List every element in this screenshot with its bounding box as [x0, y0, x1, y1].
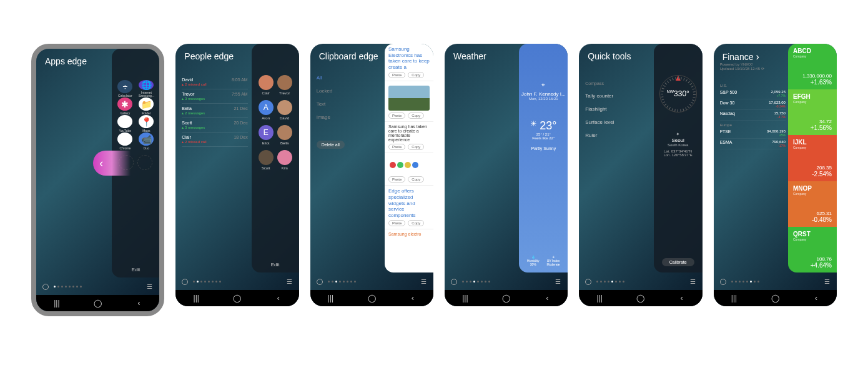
contact-avatar[interactable]: Clair: [259, 75, 274, 95]
clipboard-item[interactable]: Samsung has taken care to create a memor…: [385, 122, 433, 153]
back-icon[interactable]: ‹: [407, 294, 419, 302]
app-icon[interactable]: 📹Duo: [137, 132, 155, 150]
list-icon[interactable]: ☰: [824, 278, 831, 285]
app-icon[interactable]: ▶YouTube: [116, 115, 134, 132]
back-icon[interactable]: ‹: [810, 294, 822, 302]
app-icon[interactable]: ✱Gallery: [116, 98, 134, 115]
finance-indices: U.S.S&P 5002,059.25+7.7%Dow 3017,623.00-…: [720, 81, 786, 149]
contact-avatar[interactable]: EEliot: [259, 125, 274, 145]
home-icon[interactable]: ◯: [231, 294, 244, 302]
copy-button[interactable]: Copy: [408, 144, 424, 150]
people-item[interactable]: Clair18 Dex▴ 2 missed call: [182, 132, 247, 147]
ticker-card[interactable]: QRSTCompany108.76+4.64%: [788, 227, 837, 272]
back-icon[interactable]: ‹: [132, 299, 145, 308]
list-icon[interactable]: ☰: [287, 278, 293, 285]
recents-icon[interactable]: |||: [728, 294, 741, 302]
contact-avatar[interactable]: Kim: [277, 150, 292, 170]
edit-button[interactable]: Edit: [131, 267, 140, 272]
compass-coords: Lat. 037°34'46"NLon. 126°58'37"E: [663, 149, 692, 157]
clipboard-category[interactable]: Image: [317, 114, 333, 120]
tools-list: Compass Tally counterFlashlightSurface l…: [585, 81, 614, 146]
uv-stat: ☀UV IndexModerate: [546, 255, 560, 266]
settings-icon[interactable]: [317, 279, 323, 285]
contact-avatar[interactable]: David: [277, 100, 292, 120]
app-icon[interactable]: ÷Calculator: [116, 80, 134, 98]
app-icon[interactable]: 📍Maps: [137, 115, 155, 132]
weather-panel[interactable]: ⌖ John F. Kennedy I... Mon, 12/23 16:21 …: [519, 44, 568, 272]
recents-icon[interactable]: |||: [459, 294, 471, 302]
ticker-card[interactable]: EFGHCompany34.72+1.56%: [788, 89, 837, 135]
clipboard-item[interactable]: Samsung electro: [385, 229, 433, 239]
add-slot[interactable]: [137, 155, 152, 170]
list-icon[interactable]: ☰: [555, 278, 561, 285]
finance-index-row[interactable]: S&P 5002,059.25+7.7%: [720, 89, 786, 99]
contact-avatar[interactable]: AAron: [259, 100, 274, 120]
app-icon[interactable]: 📁Folder: [137, 98, 155, 115]
ticker-card[interactable]: ABCDCompany1,330,000.00+1.63%: [788, 44, 837, 89]
clipboard-category[interactable]: Locked: [317, 88, 333, 94]
tool-item[interactable]: Flashlight: [585, 106, 614, 112]
page-dots: [54, 286, 143, 288]
finance-index-row[interactable]: Dow 3017,623.00-0.34%: [720, 99, 786, 110]
clipboard-item[interactable]: Edge offers specialized widgets and serv…: [385, 186, 433, 229]
back-icon[interactable]: ‹: [676, 294, 688, 302]
phone-weather: Weather ⌖ John F. Kennedy I... Mon, 12/2…: [445, 44, 568, 306]
settings-icon[interactable]: [42, 284, 49, 290]
panel-title: People edge: [184, 51, 234, 61]
tool-item[interactable]: Surface level: [585, 119, 614, 125]
ticker-card[interactable]: IJKLCompany208.35-2.54%: [788, 135, 837, 181]
finance-index-row[interactable]: Nasdaq15,750-3.7%: [720, 110, 786, 121]
app-icon[interactable]: ◉Chrome: [116, 132, 134, 150]
copy-button[interactable]: Copy: [408, 220, 424, 226]
contact-avatar[interactable]: Scott: [259, 150, 274, 170]
people-item[interactable]: Scott20 Dec▴ 3 messages: [182, 118, 247, 132]
home-icon[interactable]: ◯: [634, 294, 647, 302]
home-icon[interactable]: ◯: [92, 299, 104, 308]
ticker-card[interactable]: MNOPCompany625.31-0.48%: [788, 181, 837, 227]
paste-button[interactable]: Paste: [388, 220, 405, 226]
panel-title[interactable]: Finance: [723, 51, 759, 62]
settings-icon[interactable]: [451, 279, 457, 285]
recents-icon[interactable]: |||: [190, 294, 202, 302]
people-item[interactable]: David8:05 AM▴ 2 missed call: [182, 75, 247, 89]
list-icon[interactable]: ☰: [147, 283, 153, 290]
paste-button[interactable]: Paste: [388, 72, 405, 78]
recents-icon[interactable]: |||: [325, 294, 337, 302]
edit-button[interactable]: Edit: [271, 262, 280, 268]
settings-icon[interactable]: [182, 279, 188, 285]
compass-dial[interactable]: NW330°: [659, 75, 697, 112]
list-icon[interactable]: ☰: [690, 278, 696, 285]
settings-icon[interactable]: [585, 279, 591, 285]
people-item[interactable]: Trevor7:55 AM▴ 3 messages: [182, 89, 247, 104]
back-icon[interactable]: ‹: [541, 294, 553, 302]
tool-item[interactable]: Ruler: [585, 132, 614, 138]
recents-icon[interactable]: |||: [593, 294, 606, 302]
home-icon[interactable]: ◯: [365, 294, 378, 302]
app-icon[interactable]: 🌐Internet Samsung...: [137, 80, 155, 98]
contact-avatar[interactable]: Trevor: [277, 75, 292, 95]
edge-handle[interactable]: ‹: [93, 151, 131, 176]
copy-button[interactable]: Copy: [408, 72, 424, 78]
recents-icon[interactable]: |||: [51, 299, 63, 308]
delete-all-button[interactable]: Delete all: [317, 141, 345, 149]
home-icon[interactable]: ◯: [500, 294, 513, 302]
finance-index-row[interactable]: FTSE34,000.19525%: [720, 128, 786, 139]
clipboard-category[interactable]: Text: [317, 101, 333, 107]
finance-index-row[interactable]: ESMA790,640-17%: [720, 139, 786, 149]
clipboard-category[interactable]: All: [317, 75, 333, 81]
contact-avatar[interactable]: Bella: [277, 125, 292, 145]
clipboard-item[interactable]: PasteCopy: [385, 81, 433, 122]
clipboard-item[interactable]: PasteCopy: [385, 153, 433, 186]
people-item[interactable]: Bella21 Dec▴ 2 messages: [182, 104, 247, 118]
back-icon[interactable]: ‹: [272, 294, 285, 302]
bottom-bar: ☰: [36, 283, 159, 290]
list-icon[interactable]: ☰: [421, 278, 427, 285]
clipboard-item[interactable]: Samsung Electronics has taken care to ke…: [385, 44, 433, 81]
settings-icon[interactable]: [720, 279, 726, 285]
home-icon[interactable]: ◯: [769, 294, 781, 302]
people-panel: ClairTrevorAAronDavidEEliotBellaScottKim…: [252, 44, 299, 272]
paste-button[interactable]: Paste: [388, 144, 405, 150]
phone-people-edge: People edge David8:05 AM▴ 2 missed callT…: [175, 44, 298, 306]
calibrate-button[interactable]: Calibrate: [662, 258, 694, 266]
tool-item[interactable]: Tally counter: [585, 93, 614, 99]
